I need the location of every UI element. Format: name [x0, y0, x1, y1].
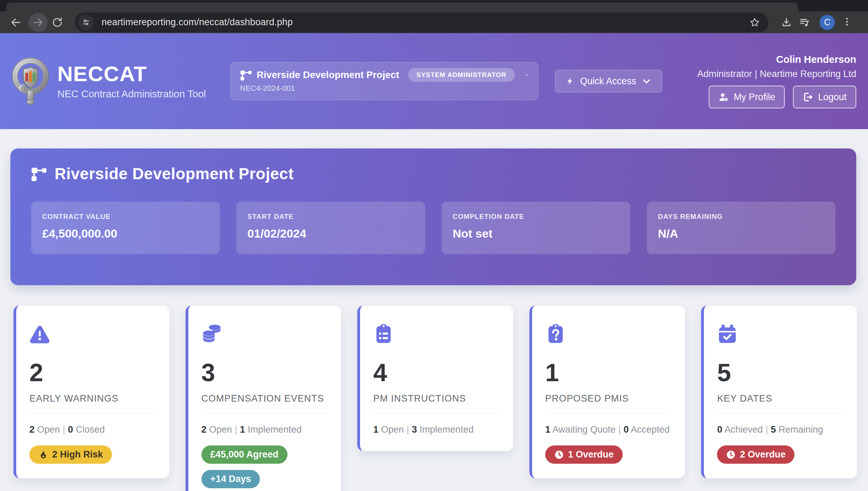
card-label: KEY DATES: [717, 393, 844, 404]
chevron-down-icon: [642, 76, 651, 86]
user-gear-icon: [718, 92, 729, 102]
banner-stat-label: DAYS REMAINING: [658, 213, 824, 221]
banner-stat-days-remaining: DAYS REMAININGN/A: [647, 202, 836, 254]
card-pm-instructions[interactable]: 4PM INSTRUCTIONS1 Open|3 Implemented: [357, 306, 513, 451]
brand-text: NECCAT NEC Contract Administration Tool: [57, 62, 206, 100]
back-arrow-icon: [10, 17, 22, 28]
project-code: NEC4-2024-001: [240, 84, 528, 93]
clipboard-list-icon: [373, 324, 500, 346]
card-count: 2: [29, 360, 156, 385]
card-key-dates[interactable]: 5KEY DATES0 Achieved|5 Remaining2 Overdu…: [701, 306, 857, 478]
card-label: PM INSTRUCTIONS: [373, 393, 500, 404]
site-settings-icon[interactable]: [78, 15, 94, 30]
downloads-button[interactable]: [777, 13, 795, 31]
selected-project-name: Riverside Development Project: [257, 69, 399, 80]
logout-button[interactable]: Logout: [793, 86, 856, 108]
banner-stat-value: 01/02/2024: [247, 227, 414, 240]
banner-stat-completion-date: COMPLETION DATENot set: [442, 202, 630, 254]
address-bar[interactable]: neartimereporting.com/neccat/dashboard.p…: [75, 12, 768, 32]
banner-stat-contract-value: CONTRACT VALUE£4,500,000.00: [31, 202, 220, 254]
status-badge: 2 High Risk: [29, 445, 112, 464]
card-early-warnings[interactable]: 2EARLY WARNINGS2 Open|0 Closed2 High Ris…: [13, 306, 169, 478]
banner-stat-label: COMPLETION DATE: [453, 213, 619, 221]
card-stats: 1 Awaiting Quote|0 Accepted: [545, 423, 672, 436]
status-badge: 2 Overdue: [717, 445, 794, 464]
browser-tab[interactable]: [6, 2, 798, 12]
card-stats: 2 Open|0 Closed: [29, 423, 156, 436]
bookmark-star-icon[interactable]: [748, 16, 762, 29]
card-stats: 2 Open|1 Implemented: [201, 423, 328, 436]
clipboard-question-icon: [545, 324, 672, 346]
card-badges: 2 Overdue: [717, 445, 844, 464]
banner-stat-label: CONTRACT VALUE: [42, 213, 209, 221]
card-divider: [201, 413, 328, 413]
banner-stat-start-date: START DATE01/02/2024: [236, 202, 425, 254]
card-badges: 2 High Risk: [29, 445, 156, 464]
card-stats: 1 Open|3 Implemented: [373, 423, 500, 436]
download-icon: [781, 17, 792, 28]
role-badge: SYSTEM ADMINISTRATOR: [408, 68, 515, 82]
lightning-icon: [566, 77, 575, 86]
app-header: NECCAT NEC Contract Administration Tool …: [0, 33, 868, 129]
card-label: COMPENSATION EVENTS: [201, 393, 328, 404]
browser-toolbar: neartimereporting.com/neccat/dashboard.p…: [0, 11, 868, 33]
diagram-project-icon: [240, 69, 252, 81]
banner-stat-value: N/A: [658, 227, 824, 240]
user-role-company: Administrator | Neartime Reporting Ltd: [697, 69, 856, 79]
card-badges: 1 Overdue: [545, 445, 672, 464]
clock-icon: [726, 450, 736, 460]
media-playlist-icon: [799, 17, 810, 28]
browser-chrome: neartimereporting.com/neccat/dashboard.p…: [0, 0, 868, 33]
fire-icon: [38, 450, 48, 460]
card-divider: [373, 413, 500, 413]
browser-profile-avatar[interactable]: C: [820, 15, 835, 30]
neccat-crest-logo: [12, 54, 49, 108]
diagram-project-icon: [31, 166, 47, 182]
card-label: EARLY WARNINGS: [29, 393, 156, 404]
project-banner: Riverside Development Project CONTRACT V…: [10, 148, 856, 285]
banner-stats: CONTRACT VALUE£4,500,000.00START DATE01/…: [31, 202, 836, 254]
forward-arrow-icon: [32, 17, 44, 28]
app-subtitle: NEC Contract Administration Tool: [57, 88, 206, 100]
forward-button[interactable]: [28, 13, 48, 32]
clock-icon: [554, 450, 564, 460]
reload-button[interactable]: [48, 13, 67, 32]
dashboard-cards: 2EARLY WARNINGS2 Open|0 Closed2 High Ris…: [13, 306, 857, 491]
card-count: 5: [717, 360, 844, 385]
card-divider: [717, 413, 844, 413]
user-block: Colin Henderson Administrator | Neartime…: [697, 54, 856, 108]
chevron-down-icon: [525, 69, 528, 81]
url-text: neartimereporting.com/neccat/dashboard.p…: [102, 17, 748, 28]
my-profile-button[interactable]: My Profile: [709, 86, 785, 108]
app-name: NECCAT: [57, 62, 206, 85]
kebab-menu-icon: [842, 17, 852, 27]
card-stats: 0 Achieved|5 Remaining: [717, 423, 844, 436]
banner-project-title: Riverside Development Project: [55, 164, 294, 183]
banner-stat-value: Not set: [453, 227, 619, 240]
quick-access-button[interactable]: Quick Access: [555, 70, 662, 93]
coins-icon: [201, 324, 328, 346]
card-badges: £45,000 Agreed+14 Days: [201, 445, 328, 488]
back-button[interactable]: [6, 13, 26, 32]
status-badge: 1 Overdue: [545, 445, 623, 464]
card-count: 1: [545, 360, 672, 385]
banner-stat-value: £4,500,000.00: [42, 227, 209, 240]
card-count: 4: [373, 360, 500, 385]
logout-icon: [803, 92, 813, 102]
user-name: Colin Henderson: [697, 54, 856, 65]
card-label: PROPOSED PMIS: [545, 393, 672, 404]
warning-triangle-icon: [29, 324, 156, 346]
status-badge: +14 Days: [201, 470, 260, 488]
browser-menu-button[interactable]: [842, 17, 852, 28]
calendar-check-icon: [717, 324, 844, 346]
card-proposed-pmis[interactable]: 1PROPOSED PMIS1 Awaiting Quote|0 Accepte…: [529, 306, 685, 478]
media-controls-button[interactable]: [795, 13, 813, 31]
card-divider: [545, 413, 672, 413]
project-selector[interactable]: Riverside Development Project SYSTEM ADM…: [230, 62, 538, 100]
status-badge: £45,000 Agreed: [201, 445, 287, 464]
card-divider: [29, 413, 156, 413]
card-compensation-events[interactable]: 3COMPENSATION EVENTS2 Open|1 Implemented…: [186, 306, 341, 491]
reload-icon: [51, 17, 63, 28]
banner-stat-label: START DATE: [247, 213, 414, 221]
card-count: 3: [201, 360, 328, 385]
